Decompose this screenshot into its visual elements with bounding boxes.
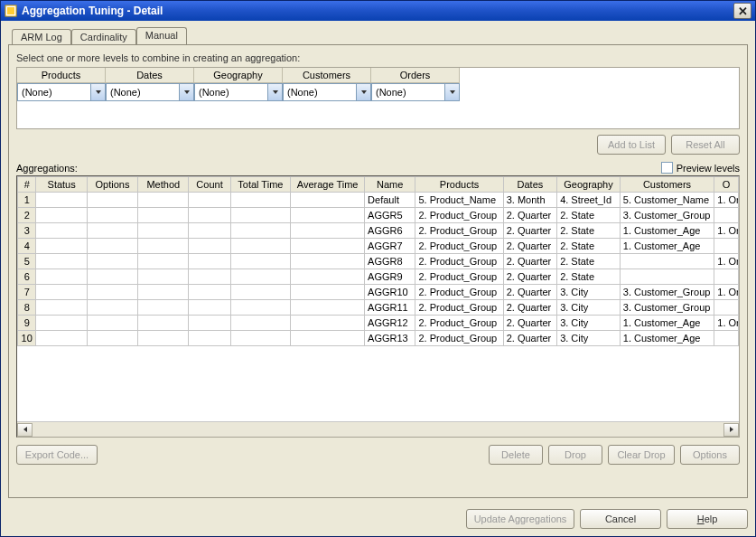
cell-products[interactable]: 2. Product_Group [415,239,503,254]
cell-status[interactable] [36,285,87,300]
col-geography[interactable]: Geography [557,177,621,193]
cell-geography[interactable]: 4. Street_Id [557,193,621,208]
cell-status[interactable] [36,193,87,208]
cell-products[interactable]: 2. Product_Group [415,285,503,300]
cell-geography[interactable]: 2. State [557,254,621,269]
col-dates[interactable]: Dates [503,177,556,193]
cell-avg-time[interactable] [291,223,365,239]
cell-total-time[interactable] [230,269,291,285]
col-count[interactable]: Count [189,177,230,193]
table-row[interactable]: 7AGGR102. Product_Group2. Quarter3. City… [18,285,739,300]
cell-customers[interactable]: 5. Customer_Name [620,193,714,208]
cell-method[interactable] [138,254,189,269]
cell-geography[interactable]: 2. State [557,208,621,223]
cell-count[interactable] [189,285,230,300]
cell-options[interactable] [87,208,137,223]
cell-dates[interactable]: 3. Month [503,193,556,208]
dropdown-orders[interactable]: (None) [371,83,460,101]
cell-count[interactable] [189,331,230,346]
cell-name[interactable]: AGGR5 [365,208,415,223]
table-row[interactable]: 10AGGR132. Product_Group2. Quarter3. Cit… [18,331,739,346]
cell-geography[interactable]: 2. State [557,239,621,254]
cell-name[interactable]: AGGR8 [365,254,415,269]
cell-status[interactable] [36,331,87,346]
cell-orders[interactable] [714,208,739,223]
clear-drop-button[interactable]: Clear Drop [608,445,675,465]
row-number[interactable]: 8 [18,300,36,316]
cell-options[interactable] [87,331,137,346]
cell-count[interactable] [189,208,230,223]
chevron-down-icon[interactable] [90,84,105,100]
cell-avg-time[interactable] [291,316,365,331]
tab-manual[interactable]: Manual [136,27,187,44]
cell-count[interactable] [189,300,230,316]
row-number[interactable]: 5 [18,254,36,269]
cell-method[interactable] [138,316,189,331]
help-button[interactable]: Help [667,509,748,529]
cell-options[interactable] [87,193,137,208]
cell-avg-time[interactable] [291,254,365,269]
cell-count[interactable] [189,269,230,285]
cell-geography[interactable]: 2. State [557,269,621,285]
cell-method[interactable] [138,193,189,208]
cell-total-time[interactable] [230,239,291,254]
cell-customers[interactable] [620,269,714,285]
grid-scroll-area[interactable]: # Status Options Method Count Total Time… [17,176,739,421]
col-orders[interactable]: O [714,177,739,193]
delete-button[interactable]: Delete [489,445,543,465]
drop-button[interactable]: Drop [548,445,602,465]
cell-total-time[interactable] [230,193,291,208]
close-button[interactable]: ✕ [733,3,751,19]
cell-dates[interactable]: 2. Quarter [503,208,556,223]
col-total[interactable]: Total Time [230,177,291,193]
cell-products[interactable]: 2. Product_Group [415,208,503,223]
cell-total-time[interactable] [230,223,291,239]
cell-dates[interactable]: 2. Quarter [503,285,556,300]
cell-dates[interactable]: 2. Quarter [503,223,556,239]
cell-customers[interactable]: 1. Customer_Age [620,316,714,331]
reset-all-button[interactable]: Reset All [671,135,740,155]
cell-total-time[interactable] [230,285,291,300]
tab-arm-log[interactable]: ARM Log [12,29,71,45]
cell-dates[interactable]: 2. Quarter [503,300,556,316]
cell-status[interactable] [36,208,87,223]
cell-name[interactable]: AGGR12 [365,316,415,331]
cell-total-time[interactable] [230,300,291,316]
cell-name[interactable]: AGGR6 [365,223,415,239]
cell-orders[interactable]: 1. Or [714,193,739,208]
cell-avg-time[interactable] [291,239,365,254]
cell-avg-time[interactable] [291,300,365,316]
export-code-button[interactable]: Export Code... [16,445,98,465]
cell-orders[interactable] [714,300,739,316]
chevron-down-icon[interactable] [444,84,459,100]
col-name[interactable]: Name [365,177,415,193]
cell-status[interactable] [36,239,87,254]
cell-customers[interactable] [620,254,714,269]
dropdown-products[interactable]: (None) [17,83,106,101]
scroll-right-button[interactable] [723,423,739,437]
cell-total-time[interactable] [230,208,291,223]
col-avgtime[interactable]: Average Time [291,177,365,193]
levels-col-products[interactable]: Products [17,68,106,83]
col-method[interactable]: Method [138,177,189,193]
chevron-down-icon[interactable] [179,84,193,100]
cell-dates[interactable]: 2. Quarter [503,316,556,331]
cell-customers[interactable]: 3. Customer_Group [620,300,714,316]
cell-method[interactable] [138,300,189,316]
cell-avg-time[interactable] [291,285,365,300]
col-status[interactable]: Status [36,177,87,193]
options-button[interactable]: Options [680,445,740,465]
cell-dates[interactable]: 2. Quarter [503,239,556,254]
cell-total-time[interactable] [230,331,291,346]
row-number[interactable]: 4 [18,239,36,254]
cell-options[interactable] [87,300,137,316]
levels-col-orders[interactable]: Orders [371,68,460,83]
cell-customers[interactable]: 1. Customer_Age [620,223,714,239]
cell-avg-time[interactable] [291,269,365,285]
cell-name[interactable]: AGGR13 [365,331,415,346]
table-row[interactable]: 6AGGR92. Product_Group2. Quarter2. State [18,269,739,285]
cell-status[interactable] [36,269,87,285]
cell-status[interactable] [36,300,87,316]
horizontal-scrollbar[interactable] [17,421,739,437]
dropdown-geography[interactable]: (None) [194,83,283,101]
